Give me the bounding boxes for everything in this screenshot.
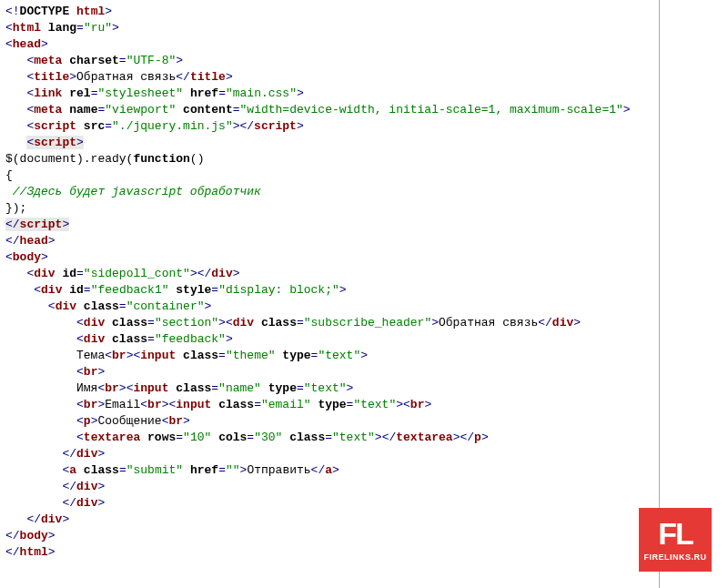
line-24: Имя<br><input class="name" type="text"> <box>5 381 353 395</box>
line-31: </div> <box>5 496 105 510</box>
line-22: Тема<br><input class="theme" type="text"… <box>5 349 368 362</box>
logo-main: FL <box>658 518 693 549</box>
editor-right-ruler <box>659 0 660 588</box>
line-20: <div class="section"><div class="subscri… <box>5 316 581 329</box>
line-18: <div id="feedback1" style="display: bloc… <box>5 283 347 297</box>
line-19: <div class="container"> <box>5 299 211 313</box>
line-23: <br> <box>5 365 105 379</box>
line-33: </body> <box>5 529 56 542</box>
line-27: <textarea rows="10" cols="30" class="tex… <box>5 431 489 444</box>
code-editor: <!DOCTYPE html> <html lang="ru"> <head> … <box>0 0 728 564</box>
line-26: <p>Сообщение<br> <box>5 414 190 428</box>
line-1: <!DOCTYPE html> <box>5 5 112 18</box>
line-12: //Здесь будет javascript обработчик <box>5 185 261 198</box>
line-13: }); <box>5 201 26 215</box>
line-28: </div> <box>5 447 105 461</box>
watermark-logo: FL FIRELINKS.RU <box>639 508 712 572</box>
line-6: <link rel="stylesheet" href="main.css"> <box>5 86 304 100</box>
line-14: </script> <box>5 218 69 231</box>
line-5: <title>Обратная связь</title> <box>5 70 233 84</box>
logo-sub: FIRELINKS.RU <box>644 553 707 562</box>
line-11: { <box>5 168 13 182</box>
line-29: <a class="submit" href="">Отправить</a> <box>5 463 339 477</box>
line-8: <script src="./jquery.min.js"></script> <box>5 119 304 133</box>
line-32: </div> <box>5 512 69 526</box>
line-10: $(document).ready(function() <box>5 152 204 166</box>
line-34: </html> <box>5 545 56 559</box>
line-3: <head> <box>5 37 48 51</box>
line-9: <script> <box>5 136 84 149</box>
line-25: <br>Email<br><input class="email" type="… <box>5 398 431 411</box>
line-30: </div> <box>5 480 105 493</box>
line-2: <html lang="ru"> <box>5 21 119 35</box>
line-15: </head> <box>5 234 56 248</box>
line-7: <meta name="viewport" content="width=dev… <box>5 103 631 117</box>
line-21: <div class="feedback"> <box>5 332 233 346</box>
line-4: <meta charset="UTF-8"> <box>5 54 183 67</box>
line-17: <div id="sidepoll_cont"></div> <box>5 267 240 280</box>
line-16: <body> <box>5 250 48 264</box>
